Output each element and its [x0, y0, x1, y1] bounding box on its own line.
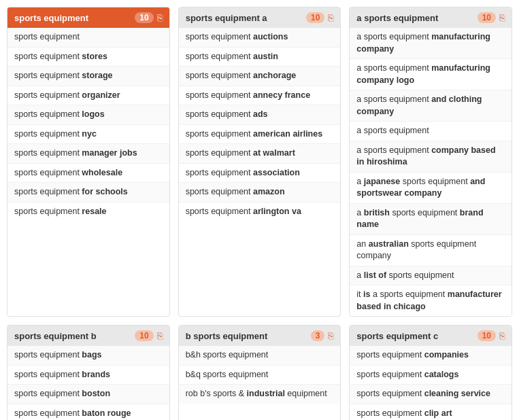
card-body: b&h sports equipmentb&q sports equipment…	[179, 346, 341, 404]
list-item[interactable]: sports equipment annecy france	[179, 86, 341, 106]
list-item[interactable]: sports equipment bags	[7, 346, 169, 366]
list-item[interactable]: a sports equipment company based in hiro…	[350, 141, 512, 173]
list-item[interactable]: sports equipment for schools	[7, 183, 169, 203]
list-item[interactable]: a list of sports equipment	[350, 266, 512, 286]
card-header-b-sports-equipment: b sports equipment3⎘	[179, 326, 341, 346]
card-body: sports equipment auctionssports equipmen…	[179, 28, 341, 221]
card-title: sports equipment	[14, 13, 88, 23]
list-item[interactable]: sports equipment wholesale	[7, 164, 169, 183]
list-item[interactable]: sports equipment at walmart	[179, 144, 341, 164]
card-sports-equipment-a: sports equipment a10⎘sports equipment au…	[178, 7, 341, 317]
count-badge: 10	[135, 12, 153, 23]
count-badge: 10	[306, 12, 324, 23]
card-body: a sports equipment manufacturing company…	[350, 28, 512, 316]
card-sports-equipment: sports equipment10⎘sports equipmentsport…	[7, 7, 170, 317]
count-badge: 10	[478, 330, 496, 341]
list-item[interactable]: sports equipment organizer	[7, 86, 169, 106]
badge-copy-group: 10⎘	[478, 330, 505, 341]
list-item[interactable]: an australian sports equipment company	[350, 235, 512, 266]
card-title: sports equipment b	[14, 331, 97, 341]
card-header-sports-equipment-c: sports equipment c10⎘	[350, 326, 512, 346]
list-item[interactable]: sports equipment catalogs	[350, 366, 512, 385]
copy-icon[interactable]: ⎘	[499, 330, 505, 341]
card-a-sports-equipment: a sports equipment10⎘a sports equipment …	[349, 7, 512, 317]
list-item[interactable]: a sports equipment and clothing company	[350, 90, 512, 122]
list-item[interactable]: sports equipment brands	[7, 366, 169, 385]
badge-copy-group: 3⎘	[311, 330, 334, 341]
list-item[interactable]: sports equipment arlington va	[179, 203, 341, 222]
list-item[interactable]: sports equipment manager jobs	[7, 144, 169, 164]
badge-copy-group: 10⎘	[135, 330, 162, 341]
copy-icon[interactable]: ⎘	[157, 330, 163, 341]
badge-copy-group: 10⎘	[306, 12, 333, 23]
list-item[interactable]: b&h sports equipment	[179, 346, 341, 366]
list-item[interactable]: sports equipment companies	[350, 346, 512, 366]
list-item[interactable]: sports equipment auctions	[179, 28, 341, 48]
count-badge: 10	[478, 12, 496, 23]
card-title: sports equipment c	[356, 331, 438, 341]
card-title: b sports equipment	[186, 331, 268, 341]
copy-icon[interactable]: ⎘	[157, 12, 163, 23]
card-b-sports-equipment: b sports equipment3⎘b&h sports equipment…	[178, 325, 341, 420]
card-header-sports-equipment-a: sports equipment a10⎘	[179, 7, 341, 28]
card-body: sports equipment companiessports equipme…	[350, 346, 512, 420]
list-item[interactable]: sports equipment stores	[7, 48, 169, 67]
list-item[interactable]: a sports equipment	[350, 122, 512, 141]
list-item[interactable]: sports equipment clip art	[350, 404, 512, 421]
list-item[interactable]: rob b's sports & industrial equipment	[179, 385, 341, 404]
badge-copy-group: 10⎘	[478, 12, 505, 23]
list-item[interactable]: sports equipment ads	[179, 105, 341, 125]
count-badge: 10	[135, 330, 153, 341]
list-item[interactable]: sports equipment resale	[7, 203, 169, 222]
list-item[interactable]: sports equipment storage	[7, 67, 169, 86]
card-title: sports equipment a	[186, 13, 267, 23]
list-item[interactable]: a sports equipment manufacturing company…	[350, 59, 512, 90]
list-item[interactable]: b&q sports equipment	[179, 366, 341, 385]
list-item[interactable]: sports equipment american airlines	[179, 125, 341, 145]
card-header-a-sports-equipment: a sports equipment10⎘	[350, 7, 512, 28]
list-item[interactable]: a sports equipment manufacturing company	[350, 28, 512, 59]
count-badge: 3	[311, 330, 325, 341]
copy-icon[interactable]: ⎘	[499, 12, 505, 23]
list-item[interactable]: it is a sports equipment manufacturer ba…	[350, 285, 512, 316]
cards-grid: sports equipment10⎘sports equipmentsport…	[7, 7, 512, 420]
list-item[interactable]: sports equipment baton rouge	[7, 404, 169, 421]
list-item[interactable]: sports equipment association	[179, 164, 341, 183]
card-header-sports-equipment-b: sports equipment b10⎘	[7, 326, 169, 346]
list-item[interactable]: sports equipment boston	[7, 385, 169, 404]
copy-icon[interactable]: ⎘	[328, 330, 333, 341]
list-item[interactable]: sports equipment logos	[7, 105, 169, 125]
card-sports-equipment-b: sports equipment b10⎘sports equipment ba…	[7, 325, 170, 420]
card-header-sports-equipment: sports equipment10⎘	[7, 7, 169, 28]
badge-copy-group: 10⎘	[135, 12, 162, 23]
list-item[interactable]: sports equipment amazon	[179, 183, 341, 203]
list-item[interactable]: sports equipment austin	[179, 48, 341, 67]
list-item[interactable]: sports equipment	[7, 28, 169, 48]
list-item[interactable]: sports equipment nyc	[7, 125, 169, 145]
card-body: sports equipmentsports equipment storess…	[7, 28, 169, 221]
copy-icon[interactable]: ⎘	[328, 12, 333, 23]
list-item[interactable]: sports equipment cleaning service	[350, 385, 512, 404]
card-body: sports equipment bagssports equipment br…	[7, 346, 169, 420]
card-sports-equipment-c: sports equipment c10⎘sports equipment co…	[349, 325, 512, 420]
card-title: a sports equipment	[356, 13, 438, 23]
list-item[interactable]: a british sports equipment brand name	[350, 204, 512, 235]
list-item[interactable]: a japanese sports equipment and sportswe…	[350, 173, 512, 204]
list-item[interactable]: sports equipment anchorage	[179, 67, 341, 86]
